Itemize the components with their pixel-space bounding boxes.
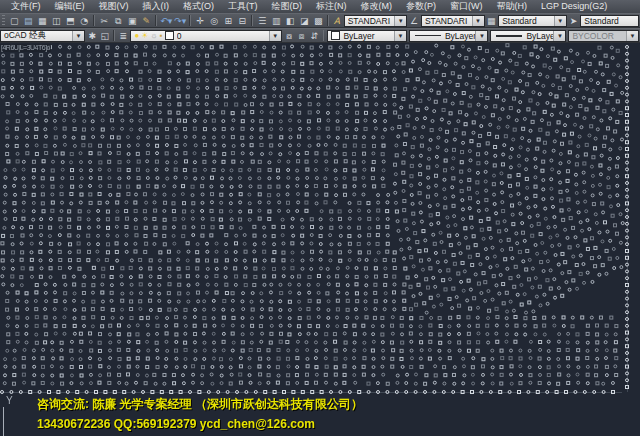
chevron-down-icon[interactable]: ▼ — [475, 31, 487, 41]
minimized-window-title: [4R6U|L=3U4T6]o — [0, 44, 51, 52]
lineweight-value: ByLayer — [526, 31, 553, 41]
zoom-window-icon[interactable]: ⊞ — [221, 14, 235, 27]
table-style-icon[interactable]: ▦ — [486, 14, 498, 27]
layer-name-value: 0 — [177, 31, 269, 41]
chevron-down-icon[interactable]: ▼ — [394, 31, 406, 41]
color-value: ByLayer — [343, 31, 394, 41]
redo-icon[interactable]: ↷▾ — [173, 14, 187, 27]
zoom-previous-icon[interactable]: ⊟ — [235, 14, 249, 27]
contact-banner: 咨询交流: 陈廉 光学专案经理 （深圳市跃创达科技有限公司） 134306722… — [37, 394, 363, 434]
chevron-down-icon[interactable]: ▼ — [553, 31, 565, 41]
lock-icon[interactable]: ▪ — [160, 30, 163, 41]
drawing-area[interactable]: [4R6U|L=3U4T6]o Y 咨询交流: 陈廉 光学专案经理 （深圳市跃创… — [0, 43, 640, 436]
menu-tools[interactable]: 工具(T) — [221, 0, 265, 13]
cut-icon[interactable]: ✂ — [97, 14, 111, 27]
dim-style-value: STANDARI — [425, 16, 472, 26]
linetype-control-combo[interactable]: ByLayer ▼ — [409, 30, 489, 42]
toolbar-grip[interactable] — [2, 15, 5, 26]
qnew-icon[interactable]: ▢ — [7, 14, 21, 27]
quickcalc-icon[interactable]: ▩ — [311, 14, 325, 27]
undo-icon[interactable]: ↶▾ — [159, 14, 173, 27]
leader-style-combo[interactable]: Standard — [580, 15, 639, 27]
viewport-freeze-icon[interactable]: ☼ — [151, 30, 158, 41]
menu-help[interactable]: 帮助(H) — [490, 0, 535, 13]
table-style-value: Standard — [502, 16, 554, 26]
chevron-down-icon[interactable]: ▼ — [269, 31, 281, 41]
tool-palettes-icon[interactable]: ▥ — [269, 14, 283, 27]
toolbar-separator — [323, 30, 325, 41]
dim-style-icon[interactable]: ∠ — [408, 14, 420, 27]
color-swatch — [331, 31, 340, 40]
print-icon[interactable]: ▦ — [35, 14, 49, 27]
menu-file[interactable]: 文件(F) — [4, 0, 48, 13]
toolbar-separator — [113, 30, 115, 41]
layer-combo[interactable]: ● ☀ ☼ ▪ 0 ▼ — [130, 30, 281, 42]
menu-insert[interactable]: 插入(I) — [136, 0, 177, 13]
menu-modify[interactable]: 修改(M) — [354, 0, 400, 13]
leader-style-icon[interactable]: ➤ — [568, 14, 580, 27]
menu-parametric[interactable]: 参数(P) — [399, 0, 443, 13]
table-style-combo[interactable]: Standard ▼ — [498, 15, 567, 27]
text-style-value: STANDARI — [348, 16, 395, 26]
chevron-down-icon: ▼ — [626, 31, 638, 41]
layer-previous-icon[interactable]: ⧈ — [295, 29, 308, 42]
match-properties-icon[interactable]: ✎ — [139, 14, 153, 27]
chevron-down-icon[interactable]: ▼ — [394, 16, 406, 26]
text-style-icon[interactable]: A — [331, 14, 343, 27]
sun-icon[interactable]: ☀ — [141, 30, 148, 41]
pan-icon[interactable]: ✛ — [193, 14, 207, 27]
chevron-down-icon[interactable]: ▼ — [472, 16, 484, 26]
menu-lgp-design[interactable]: LGP Design(G2) — [534, 0, 614, 13]
drawing-canvas[interactable] — [0, 43, 640, 436]
print-preview-icon[interactable]: ◫ — [49, 14, 63, 27]
workspace-settings-icon[interactable]: ✱ — [86, 29, 99, 42]
web-icon[interactable]: ◔ — [77, 14, 91, 27]
publish-icon[interactable]: ⬒ — [63, 14, 77, 27]
layer-color-swatch[interactable] — [165, 31, 174, 40]
menu-format[interactable]: 格式(O) — [176, 0, 221, 13]
markup-icon[interactable]: ◪ — [297, 14, 311, 27]
menu-bar: 文件(F)编辑(E)视图(V)插入(I)格式(O)工具(T)绘图(D)标注(N)… — [0, 0, 640, 13]
contact-line1: 咨询交流: 陈廉 光学专案经理 （深圳市跃创达科技有限公司） — [37, 394, 363, 414]
toolbar-separator — [251, 15, 253, 26]
make-layer-current-icon[interactable]: ⧇ — [283, 29, 296, 42]
text-style-combo[interactable]: STANDARI ▼ — [344, 15, 408, 27]
standard-toolbar-icons: ▢▤▦◫⬒◔✂⧉▣✎↶▾↷▾✛◎⊞⊟☰▥◧◪▩ — [7, 14, 325, 27]
layer-properties-icon[interactable]: ≣ — [117, 29, 130, 42]
autocad-window: 文件(F)编辑(E)视图(V)插入(I)格式(O)工具(T)绘图(D)标注(N)… — [0, 0, 640, 436]
dim-style-combo[interactable]: STANDARI ▼ — [421, 15, 485, 27]
chevron-down-icon[interactable]: ▼ — [72, 31, 84, 41]
menu-edit[interactable]: 编辑(E) — [48, 0, 92, 13]
toolbar-separator — [155, 15, 157, 26]
menu-draw[interactable]: 绘图(D) — [265, 0, 310, 13]
menu-view[interactable]: 视图(V) — [92, 0, 136, 13]
linetype-sample — [415, 35, 441, 36]
window-icon[interactable]: ◱ — [98, 29, 111, 42]
menu-dimension[interactable]: 标注(N) — [309, 0, 354, 13]
layers-toolbar: oCAD 经典 ▼ ✱ ◱ ≣ ● ☀ ☼ ▪ 0 ▼ ⧇ ⧈ ⇵ ByLaye… — [0, 28, 640, 43]
bulb-icon[interactable]: ● — [134, 30, 139, 41]
color-control-combo[interactable]: ByLayer ▼ — [327, 30, 407, 42]
workspace-value: oCAD 经典 — [4, 30, 72, 42]
linetype-value: ByLayer — [445, 31, 476, 41]
ucs-y-label: Y — [6, 395, 13, 406]
leader-style-value: Standard — [584, 16, 638, 26]
toolbar-separator — [189, 15, 191, 26]
plotstyle-value: BYCOLOR — [572, 31, 626, 41]
ucs-y-axis — [3, 407, 4, 436]
chevron-down-icon[interactable]: ▼ — [554, 16, 566, 26]
toolbar-separator — [327, 15, 329, 26]
menu-window[interactable]: 窗口(W) — [443, 0, 490, 13]
lineweight-sample — [496, 35, 522, 37]
properties-palette-icon[interactable]: ☰ — [255, 14, 269, 27]
workspace-combo[interactable]: oCAD 经典 ▼ — [0, 30, 85, 42]
copy-icon[interactable]: ⧉ — [111, 14, 125, 27]
save-icon[interactable]: ▤ — [21, 14, 35, 27]
sheet-set-icon[interactable]: ◧ — [283, 14, 297, 27]
paste-icon[interactable]: ▣ — [125, 14, 139, 27]
plotstyle-control-combo: BYCOLOR ▼ — [568, 30, 639, 42]
zoom-realtime-icon[interactable]: ◎ — [207, 14, 221, 27]
lineweight-control-combo[interactable]: ByLayer ▼ — [490, 30, 566, 42]
standard-toolbar: ▢▤▦◫⬒◔✂⧉▣✎↶▾↷▾✛◎⊞⊟☰▥◧◪▩ A STANDARI ▼ ∠ S… — [0, 13, 640, 28]
layer-states-icon[interactable]: ⇵ — [308, 29, 321, 42]
